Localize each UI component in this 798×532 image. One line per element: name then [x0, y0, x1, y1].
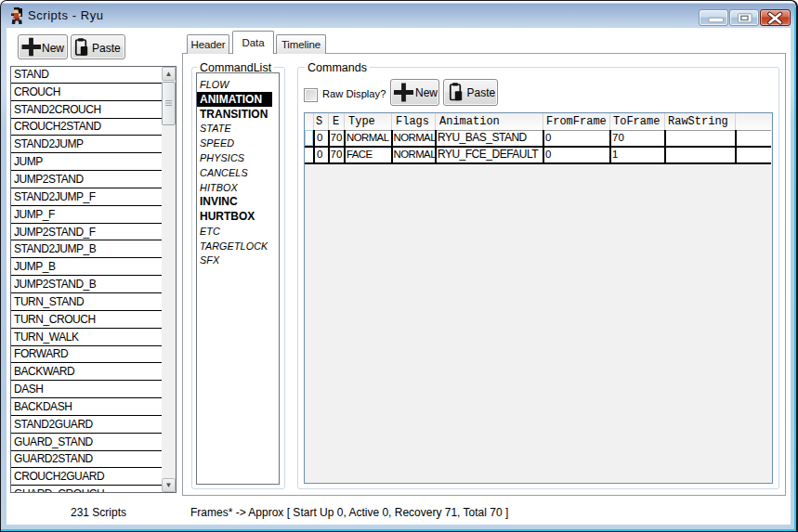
svg-text:Paste: Paste — [466, 86, 495, 99]
svg-text:Paste: Paste — [92, 41, 121, 54]
svg-text:New: New — [415, 86, 438, 99]
svg-text:New: New — [42, 41, 64, 54]
